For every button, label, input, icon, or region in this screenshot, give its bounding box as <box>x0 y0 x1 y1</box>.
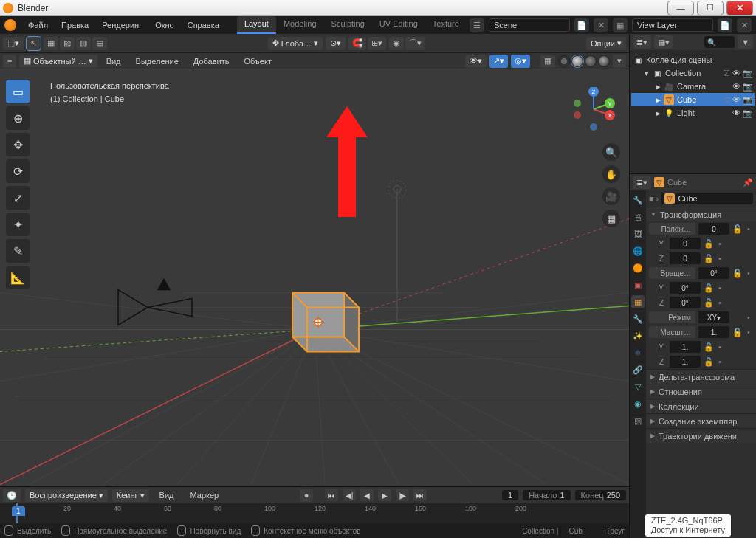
lock-icon[interactable]: 🔓 <box>704 283 712 293</box>
tab-sculpting[interactable]: Sculpting <box>324 16 372 34</box>
ptab-mesh[interactable]: ▽ <box>631 380 645 393</box>
tab-layout[interactable]: Layout <box>237 16 276 34</box>
pivot-dropdown[interactable]: ⊙▾ <box>326 37 346 50</box>
play-button[interactable]: ▶ <box>378 489 391 501</box>
xray-toggle-button[interactable]: ▦ <box>540 55 555 68</box>
menu-add-3d[interactable]: Добавить <box>188 55 236 68</box>
tool-measure[interactable]: 📐 <box>6 266 30 289</box>
editor-type-dropdown[interactable]: ⬚▾ <box>3 37 24 50</box>
editor-select-icon[interactable]: ≡ <box>3 55 16 68</box>
props-editor-icon[interactable]: ≣▾ <box>633 176 651 189</box>
lock-icon[interactable]: 🔓 <box>732 328 741 337</box>
lock-icon[interactable]: 🔓 <box>732 269 741 278</box>
panel-instancing[interactable]: ▶Создание экземпляр <box>646 413 756 428</box>
ptab-physics[interactable]: ⚛ <box>631 346 645 359</box>
field-rot-y[interactable]: 0° <box>670 282 701 294</box>
outliner-display-icon[interactable]: ▦▾ <box>654 35 673 49</box>
field-pos-z[interactable]: 0 <box>670 252 701 264</box>
tool-select-box[interactable]: ▭ <box>6 80 30 103</box>
pan-button[interactable]: ✋ <box>602 165 620 183</box>
pin-icon[interactable]: 📌 <box>743 178 753 187</box>
end-frame-field[interactable]: Конец 250 <box>575 490 626 500</box>
tool-cursor[interactable]: ⊕ <box>6 106 30 130</box>
shading-solid[interactable] <box>571 55 583 67</box>
field-scale-x[interactable]: 1. <box>698 326 729 338</box>
tool-annotate[interactable]: ✎ <box>6 239 30 263</box>
snap-toggle-icon[interactable]: 🧲 <box>348 37 366 50</box>
overlay-toggle-button[interactable]: ◎▾ <box>511 55 530 68</box>
eye-icon[interactable]: 👁 <box>732 82 740 92</box>
lock-icon[interactable]: 🔓 <box>704 342 712 352</box>
playback-dropdown[interactable]: Воспроизведение ▾ <box>25 489 108 502</box>
ptab-output[interactable]: 🖨 <box>631 210 645 224</box>
field-pos-x[interactable]: 0 <box>698 223 729 235</box>
menu-view-3d[interactable]: Вид <box>100 55 127 68</box>
field-pos-y[interactable]: 0 <box>670 238 701 249</box>
scene-new-button[interactable]: 📄 <box>574 18 589 32</box>
camera-button[interactable]: 🎥 <box>602 187 620 205</box>
lock-icon[interactable]: 🔓 <box>704 298 712 308</box>
ptab-view-layer[interactable]: 🖼 <box>631 227 645 241</box>
view-layer-field[interactable]: View Layer <box>632 18 713 32</box>
scene-field[interactable]: Scene <box>489 18 570 32</box>
panel-motion-paths[interactable]: ▶Траектории движени <box>646 428 756 443</box>
timeline-editor-icon[interactable]: 🕒 <box>3 489 21 502</box>
timeline-marker[interactable]: Маркер <box>184 489 224 502</box>
play-reverse-button[interactable]: ◀ <box>360 489 374 501</box>
object-name-field[interactable]: ▽ Cube <box>662 193 753 204</box>
select-all-icon[interactable]: ▥ <box>76 37 91 50</box>
outliner-filter-icon[interactable]: ▼ <box>738 35 753 49</box>
menu-select-3d[interactable]: Выделение <box>130 55 185 68</box>
ptab-render[interactable]: 🔧 <box>631 193 645 207</box>
field-scale-y[interactable]: 1. <box>670 341 701 353</box>
menu-window[interactable]: Окно <box>149 18 180 32</box>
ptab-object[interactable]: ▦ <box>631 295 645 308</box>
panel-transform[interactable]: ▼Трансформация <box>646 207 756 221</box>
keying-dropdown[interactable]: Кеинг ▾ <box>112 489 149 502</box>
select-none-icon[interactable]: ▤ <box>92 37 107 50</box>
cursor-tool-icon[interactable]: ↖ <box>27 37 41 50</box>
lock-icon[interactable]: 🔓 <box>704 357 712 367</box>
select-visible-icon[interactable]: ▦ <box>44 37 58 50</box>
zoom-button[interactable]: 🔍 <box>602 143 620 161</box>
ptab-constraints[interactable]: 🔗 <box>631 363 645 376</box>
autokey-toggle[interactable]: ● <box>300 489 313 502</box>
lock-icon[interactable]: 🔓 <box>704 239 712 249</box>
outliner-search-icon[interactable]: 🔍 <box>704 36 735 48</box>
mode-dropdown[interactable]: ▦ Объектный … ▾ <box>19 55 97 68</box>
shading-material[interactable] <box>585 55 597 67</box>
render-icon[interactable]: 📷 <box>743 69 753 78</box>
orientation-dropdown[interactable]: ✥ Глоба… ▾ <box>268 37 323 50</box>
options-dropdown[interactable]: Опции ▾ <box>586 37 626 50</box>
keyframe-next-button[interactable]: |▶ <box>396 489 409 501</box>
scene-icon[interactable]: ☰ <box>470 18 484 32</box>
ptab-collection[interactable]: ▣ <box>631 278 645 292</box>
orientation-gizmo[interactable]: X Y Z <box>571 87 616 131</box>
menu-render[interactable]: Рендеринг <box>96 18 148 32</box>
tree-camera[interactable]: ▸ 🎥 Camera 👁📷 <box>631 80 755 93</box>
outliner-editor-icon[interactable]: ≣▾ <box>633 35 651 49</box>
tool-transform[interactable]: ✦ <box>6 213 30 236</box>
menu-edit[interactable]: Правка <box>55 18 94 32</box>
field-rot-z[interactable]: 0° <box>670 297 701 308</box>
jump-start-button[interactable]: ⏮ <box>325 489 338 501</box>
tree-light[interactable]: ▸ 💡 Light 👁📷 <box>631 106 755 120</box>
window-maximize-button[interactable]: ☐ <box>697 1 724 15</box>
render-icon[interactable]: 📷 <box>743 108 753 118</box>
view-layer-new-button[interactable]: 📄 <box>718 18 732 32</box>
tree-cube[interactable]: ▸ ▽ Cube ▽👁📷 <box>631 93 755 106</box>
timeline-view[interactable]: Вид <box>154 489 180 502</box>
tab-texture-paint[interactable]: Texture <box>425 16 467 34</box>
tree-scene-collection[interactable]: ▣ Коллекция сцены <box>631 53 755 66</box>
proportional-falloff-icon[interactable]: ⌒▾ <box>405 37 425 50</box>
ptab-world[interactable]: 🟠 <box>631 261 645 275</box>
field-scale-z[interactable]: 1. <box>670 356 701 368</box>
menu-object-3d[interactable]: Объект <box>238 55 277 68</box>
ptab-particles[interactable]: ✨ <box>631 329 645 342</box>
eye-icon[interactable]: 👁 <box>732 69 740 78</box>
viewport-3d[interactable]: Пользовательская перспектива (1) Collect… <box>0 69 629 486</box>
tool-scale[interactable]: ⤢ <box>6 186 30 210</box>
keyframe-prev-button[interactable]: ◀| <box>343 489 356 501</box>
view-layer-delete-button[interactable]: ✕ <box>737 18 752 32</box>
lock-icon[interactable]: 🔓 <box>704 254 712 263</box>
